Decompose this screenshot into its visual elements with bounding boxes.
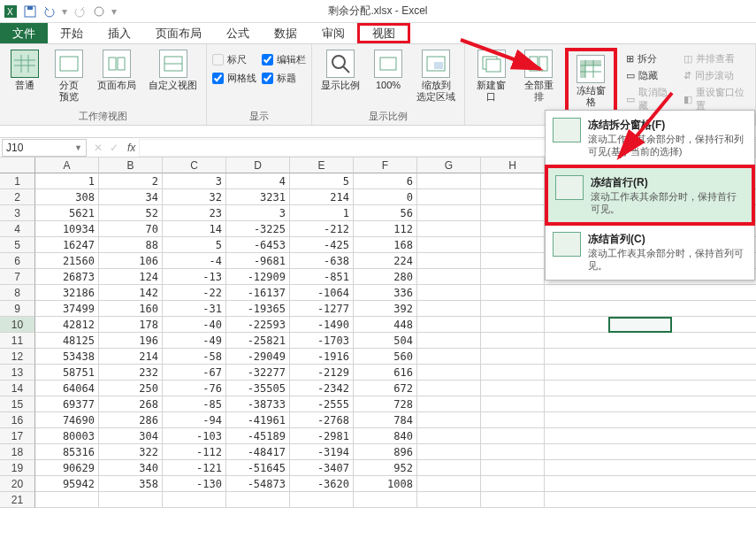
split-button[interactable]: ⊞拆分 — [622, 51, 675, 66]
gridlines-checkbox[interactable]: 网格线 — [212, 72, 256, 85]
cell[interactable] — [481, 396, 545, 412]
cell[interactable]: 504 — [354, 333, 417, 349]
row-header[interactable]: 7 — [0, 269, 35, 285]
cell[interactable]: -12909 — [226, 269, 290, 285]
cell[interactable]: -2555 — [290, 396, 354, 412]
cell[interactable] — [417, 269, 481, 285]
tab-formula[interactable]: 公式 — [214, 23, 262, 43]
cell[interactable]: -2981 — [290, 428, 354, 444]
cell[interactable]: -103 — [163, 428, 226, 444]
cell[interactable]: 4 — [226, 173, 290, 189]
cell[interactable]: 1008 — [354, 476, 417, 492]
cell[interactable]: -16137 — [226, 285, 290, 301]
cell[interactable]: 672 — [354, 381, 417, 396]
cell[interactable] — [417, 333, 481, 349]
cell[interactable]: 250 — [99, 381, 163, 396]
freeze-top-row-item[interactable]: 冻结首行(R)滚动工作表其余部分时，保持首行可见。 — [545, 165, 755, 227]
cell[interactable] — [417, 492, 481, 508]
pagebreak-view-button[interactable]: 分页 预览 — [50, 48, 88, 104]
cell[interactable]: 5 — [290, 173, 354, 189]
cell[interactable]: 32 — [163, 189, 226, 205]
cell[interactable]: 0 — [354, 189, 417, 205]
cell[interactable] — [481, 365, 545, 381]
qat-dd[interactable]: ▾ — [111, 5, 117, 18]
zoom-100-button[interactable]: 100% — [369, 48, 408, 93]
cell[interactable]: 784 — [354, 412, 417, 428]
cell[interactable]: -1916 — [290, 349, 354, 365]
cell[interactable] — [481, 269, 545, 285]
cell[interactable]: 160 — [99, 301, 163, 317]
cell[interactable] — [481, 476, 545, 492]
cell[interactable]: 70 — [99, 221, 163, 237]
row-header[interactable]: 6 — [0, 253, 35, 269]
name-box[interactable]: J10 ▼ — [2, 139, 87, 157]
tab-view[interactable]: 视图 — [357, 23, 410, 43]
formulabar-checkbox[interactable]: 编辑栏 — [262, 53, 306, 66]
cell[interactable]: -6453 — [226, 237, 290, 253]
cell[interactable]: 1 — [290, 205, 354, 221]
cell[interactable]: -51645 — [226, 460, 290, 476]
row-header[interactable]: 5 — [0, 237, 35, 253]
cell[interactable] — [417, 412, 481, 428]
cell[interactable] — [417, 349, 481, 365]
touch-icon[interactable] — [92, 4, 106, 19]
redo-icon[interactable] — [73, 4, 87, 19]
column-header-A[interactable]: A — [35, 158, 99, 173]
cell[interactable]: 340 — [99, 460, 163, 476]
cell[interactable]: -85 — [163, 396, 226, 412]
cell[interactable]: 34 — [99, 189, 163, 205]
cell[interactable] — [481, 381, 545, 396]
cell[interactable] — [481, 333, 545, 349]
cell[interactable]: 322 — [99, 444, 163, 460]
cell[interactable]: -38733 — [226, 396, 290, 412]
cell[interactable]: 2 — [99, 173, 163, 189]
cell[interactable] — [481, 301, 545, 317]
cell[interactable]: 224 — [354, 253, 417, 269]
cell[interactable]: 88 — [99, 237, 163, 253]
tab-file[interactable]: 文件 — [0, 23, 48, 43]
zoom-button[interactable]: 显示比例 — [317, 48, 363, 93]
cell[interactable]: -41961 — [226, 412, 290, 428]
cell[interactable]: -22 — [163, 285, 226, 301]
cell[interactable] — [417, 317, 481, 333]
tab-review[interactable]: 审阅 — [309, 23, 357, 43]
cell[interactable]: 392 — [354, 301, 417, 317]
cell[interactable] — [481, 428, 545, 444]
cell[interactable]: 16247 — [35, 237, 99, 253]
cell[interactable]: 69377 — [35, 396, 99, 412]
cell[interactable]: -31 — [163, 301, 226, 317]
cell[interactable]: -112 — [163, 444, 226, 460]
cell[interactable] — [163, 492, 226, 508]
cell[interactable]: -58 — [163, 349, 226, 365]
cell[interactable] — [417, 460, 481, 476]
cell[interactable]: 728 — [354, 396, 417, 412]
cell[interactable]: 106 — [99, 253, 163, 269]
undo-icon[interactable] — [42, 4, 57, 19]
cell[interactable]: 358 — [99, 476, 163, 492]
cell[interactable]: 5 — [163, 237, 226, 253]
cell[interactable]: -9681 — [226, 253, 290, 269]
cell[interactable]: -22593 — [226, 317, 290, 333]
tab-layout[interactable]: 页面布局 — [143, 23, 214, 43]
cell[interactable]: 840 — [354, 428, 417, 444]
cell[interactable]: 26873 — [35, 269, 99, 285]
pagelayout-view-button[interactable]: 页面布局 — [94, 48, 140, 93]
cell[interactable] — [481, 444, 545, 460]
cell[interactable] — [290, 492, 354, 508]
cell[interactable]: 21560 — [35, 253, 99, 269]
cell[interactable] — [417, 237, 481, 253]
row-header[interactable]: 11 — [0, 333, 35, 349]
cell[interactable]: 268 — [99, 396, 163, 412]
cell[interactable]: -1703 — [290, 333, 354, 349]
cell[interactable]: -45189 — [226, 428, 290, 444]
row-header[interactable]: 16 — [0, 412, 35, 428]
cell[interactable]: 48125 — [35, 333, 99, 349]
cell[interactable]: -2768 — [290, 412, 354, 428]
cell[interactable] — [417, 444, 481, 460]
cell[interactable] — [481, 189, 545, 205]
cell[interactable] — [417, 189, 481, 205]
cell[interactable]: 3 — [163, 173, 226, 189]
cell[interactable]: 124 — [99, 269, 163, 285]
cell[interactable]: 616 — [354, 365, 417, 381]
cell[interactable]: 56 — [354, 205, 417, 221]
